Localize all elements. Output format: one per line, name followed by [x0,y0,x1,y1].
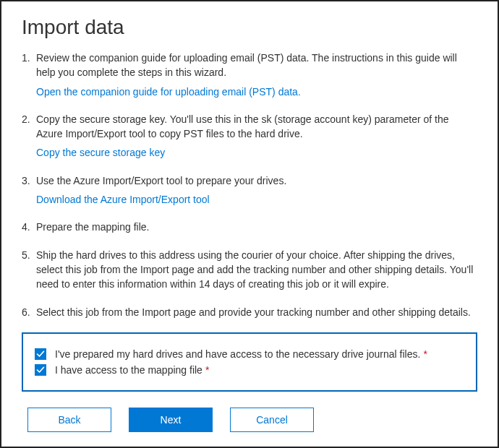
required-marker: * [205,364,209,376]
step-2: Copy the secure storage key. You'll use … [22,112,477,160]
confirm-mapping-checkbox[interactable] [35,364,46,376]
confirmation-section: I've prepared my hard drives and have ac… [22,332,477,392]
confirm-drives-text: I've prepared my hard drives and have ac… [55,348,420,360]
confirm-drives-row: I've prepared my hard drives and have ac… [35,348,464,360]
confirm-mapping-row: I have access to the mapping file* [35,364,464,376]
step-1: Review the companion guide for uploading… [22,51,477,99]
companion-guide-link[interactable]: Open the companion guide for uploading e… [36,85,477,99]
steps-list: Review the companion guide for uploading… [22,51,477,319]
step-6: Select this job from the Import page and… [22,305,477,319]
confirm-drives-checkbox[interactable] [35,348,46,360]
confirm-mapping-label: I have access to the mapping file* [55,364,209,376]
step-text: Copy the secure storage key. You'll use … [36,113,449,139]
step-text: Prepare the mapping file. [36,221,149,233]
cancel-button[interactable]: Cancel [230,408,314,432]
step-5: Ship the hard drives to this address usi… [22,248,477,292]
check-icon [36,366,45,374]
button-row: Back Next Cancel [22,408,477,432]
back-button[interactable]: Back [27,408,111,432]
step-3: Use the Azure Import/Export tool to prep… [22,173,477,207]
download-tool-link[interactable]: Download the Azure Import/Export tool [36,192,477,207]
copy-storage-key-link[interactable]: Copy the secure storage key [36,145,477,160]
wizard-panel: Import data Review the companion guide f… [0,0,499,448]
next-button[interactable]: Next [129,408,213,432]
required-marker: * [423,348,427,360]
step-text: Select this job from the Import page and… [36,306,471,318]
step-text: Ship the hard drives to this address usi… [36,249,473,290]
step-4: Prepare the mapping file. [22,220,477,234]
confirm-drives-label: I've prepared my hard drives and have ac… [55,348,427,360]
step-text: Review the companion guide for uploading… [36,52,457,78]
check-icon [36,350,45,358]
confirm-mapping-text: I have access to the mapping file [55,364,202,376]
step-text: Use the Azure Import/Export tool to prep… [36,175,286,186]
page-title: Import data [22,16,477,39]
